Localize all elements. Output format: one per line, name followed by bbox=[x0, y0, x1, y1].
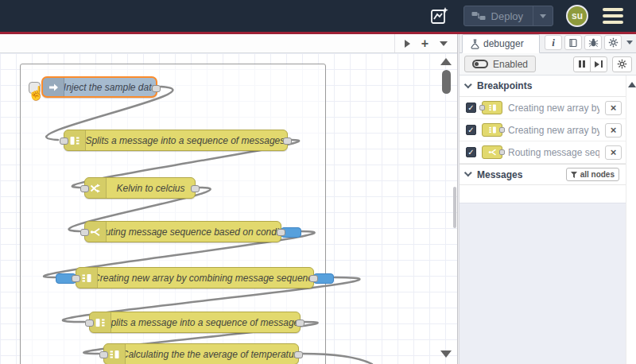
canvas-scroll-down-icon[interactable] bbox=[440, 350, 452, 358]
deploy-options-caret[interactable] bbox=[533, 6, 553, 25]
output-port[interactable] bbox=[277, 229, 285, 236]
canvas-scrollbar-thumb[interactable] bbox=[442, 70, 451, 94]
canvas-scroll-up-icon[interactable] bbox=[440, 58, 452, 65]
flow-list-caret[interactable] bbox=[440, 41, 448, 46]
input-port[interactable] bbox=[85, 319, 94, 327]
output-port[interactable] bbox=[294, 351, 303, 358]
breakpoint-row: ✓ Creating new array by combining messag… bbox=[460, 119, 626, 141]
sidebar: debugger i bbox=[460, 34, 636, 364]
funnel-icon bbox=[571, 172, 577, 178]
flow-node-change[interactable]: Kelvin to celcius bbox=[84, 177, 196, 199]
message-filter-button[interactable]: all nodes bbox=[566, 168, 619, 181]
app-header: Deploy su bbox=[0, 0, 636, 32]
toggle-icon bbox=[472, 60, 488, 68]
breakpoint-label[interactable]: Creating new array by combining message … bbox=[508, 103, 599, 114]
avatar-initials: su bbox=[572, 10, 583, 21]
input-port[interactable] bbox=[99, 351, 108, 358]
delete-breakpoint-button[interactable]: × bbox=[605, 123, 622, 137]
scroll-tabs-right-icon[interactable] bbox=[405, 40, 410, 48]
node-label: Kelvin to celcius bbox=[107, 178, 195, 198]
enabled-label: Enabled bbox=[493, 59, 528, 70]
bug-icon[interactable] bbox=[584, 35, 602, 50]
node-label: Inject the sample data bbox=[64, 78, 156, 96]
output-port[interactable] bbox=[152, 85, 161, 92]
input-port[interactable] bbox=[80, 185, 89, 192]
breakpoint-label[interactable]: Creating new array by combining message … bbox=[508, 125, 599, 136]
gear-icon[interactable] bbox=[604, 35, 622, 50]
book-icon[interactable] bbox=[564, 35, 582, 50]
join-node-icon bbox=[482, 101, 502, 114]
chevron-down-icon[interactable] bbox=[626, 41, 633, 45]
output-port[interactable] bbox=[283, 137, 292, 145]
workspace: + bbox=[0, 34, 457, 364]
sidebar-scrollbar[interactable] bbox=[626, 76, 636, 364]
switch-node-icon bbox=[482, 145, 502, 159]
debugger-settings-button[interactable] bbox=[612, 56, 632, 72]
node-label: Routing message sequence based on condit… bbox=[107, 222, 281, 242]
debugger-panel: Breakpoints ✓ Creating new array by comb… bbox=[460, 76, 636, 364]
node-red-window: Deploy su + bbox=[0, 0, 636, 364]
deploy-label: Deploy bbox=[491, 10, 523, 22]
collapse-chevron-icon bbox=[464, 168, 472, 176]
messages-section-header[interactable]: Messages all nodes bbox=[460, 164, 626, 185]
flow-node-split[interactable]: Splits a message into a sequence of mess… bbox=[89, 312, 301, 333]
messages-list-empty bbox=[460, 185, 626, 203]
breakpoint-checkbox[interactable]: ✓ bbox=[466, 147, 476, 157]
delete-breakpoint-button[interactable]: × bbox=[605, 145, 622, 160]
debugger-toolbar: Enabled bbox=[460, 53, 636, 76]
node-label: Splits a message into a sequence of mess… bbox=[111, 312, 300, 332]
wire[interactable] bbox=[302, 354, 372, 364]
breakpoint-row: ✓ Routing message sequence based on cond… bbox=[460, 141, 626, 164]
chevron-down-icon bbox=[540, 14, 546, 18]
output-port-nub bbox=[499, 149, 505, 155]
scroll-up-icon[interactable] bbox=[628, 82, 636, 87]
deploy-button[interactable]: Deploy bbox=[463, 6, 553, 26]
output-port[interactable] bbox=[309, 275, 318, 282]
inject-arrow-icon bbox=[43, 78, 64, 96]
collapse-chevron-icon bbox=[464, 80, 472, 88]
tab-debugger[interactable]: debugger bbox=[462, 34, 540, 53]
flow-canvas[interactable]: Inject the sample data Splits a message … bbox=[0, 53, 457, 364]
flow-node-inject[interactable]: Inject the sample data bbox=[41, 76, 157, 98]
add-flow-button[interactable]: + bbox=[421, 37, 429, 50]
filter-label: all nodes bbox=[580, 170, 615, 179]
flow-node-join[interactable]: Calculating the the average of temperatu… bbox=[103, 343, 299, 364]
node-label: Calculating the the average of temperatu… bbox=[126, 344, 298, 364]
join-node-icon bbox=[482, 123, 502, 137]
pause-button[interactable] bbox=[573, 56, 591, 72]
info-icon[interactable]: i bbox=[545, 35, 562, 50]
step-button[interactable] bbox=[590, 56, 607, 72]
tab-label: debugger bbox=[483, 38, 524, 49]
node-label: Splits a message into a sequence of mess… bbox=[86, 130, 287, 150]
output-port[interactable] bbox=[191, 185, 200, 192]
menu-icon[interactable] bbox=[601, 5, 625, 27]
flow-node-switch[interactable]: Routing message sequence based on condit… bbox=[84, 221, 281, 242]
breakpoint-row: ✓ Creating new array by combining messag… bbox=[460, 97, 626, 119]
flow-node-join[interactable]: Creating new array by combining message … bbox=[76, 267, 314, 288]
delete-breakpoint-button[interactable]: × bbox=[605, 101, 622, 115]
output-port-nub bbox=[499, 127, 505, 133]
flask-icon bbox=[471, 39, 479, 49]
node-label: Creating new array by combining message … bbox=[98, 268, 313, 288]
breakpoint-checkbox[interactable]: ✓ bbox=[466, 103, 476, 113]
enabled-toggle-button[interactable]: Enabled bbox=[464, 56, 536, 72]
input-port-nub bbox=[479, 105, 485, 110]
panel-empty-area bbox=[460, 203, 626, 364]
section-title: Messages bbox=[477, 169, 522, 180]
canvas-native-scrollbar[interactable] bbox=[453, 187, 456, 228]
input-port[interactable] bbox=[72, 275, 80, 282]
cursor-pointer-icon: ☝ bbox=[28, 85, 45, 102]
input-port[interactable] bbox=[80, 229, 89, 236]
sidebar-tabbar: debugger i bbox=[460, 34, 636, 53]
deploy-nodes-icon bbox=[471, 11, 486, 21]
user-avatar[interactable]: su bbox=[566, 5, 588, 27]
flow-assistant-icon[interactable] bbox=[429, 6, 451, 26]
output-port[interactable] bbox=[296, 319, 304, 327]
input-port[interactable] bbox=[60, 137, 68, 145]
section-title: Breakpoints bbox=[477, 80, 532, 91]
flow-node-split[interactable]: Splits a message into a sequence of mess… bbox=[64, 130, 288, 151]
flow-tabbar: + bbox=[0, 34, 457, 53]
breakpoint-label[interactable]: Routing message sequence based on condit… bbox=[508, 147, 599, 158]
breakpoints-section-header[interactable]: Breakpoints bbox=[460, 76, 626, 97]
breakpoint-checkbox[interactable]: ✓ bbox=[466, 125, 476, 135]
